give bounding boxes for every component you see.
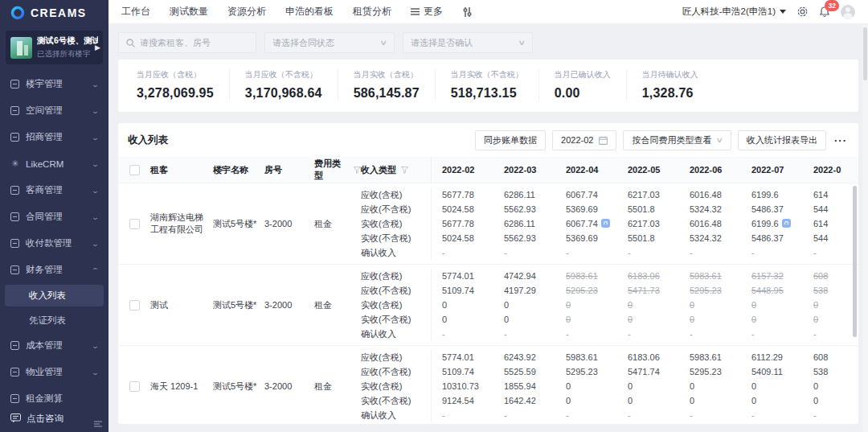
space-icon (10, 106, 19, 115)
chevron-down-icon: ∨ (716, 136, 724, 144)
sidebar-item-物业管理[interactable]: 物业管理⌄ (0, 359, 108, 385)
sidebar-item-空间管理[interactable]: 空间管理⌄ (0, 97, 108, 124)
row-fixed: 海天 1209-1测试5号楼*3-2000租金应收(含税)应收(不含税)实收(含… (118, 350, 432, 422)
sidebar: CREAMS 测试6号楼、测试... 已选择所有楼宇 ▶ 楼宇管理⌄空间管理⌄招… (0, 0, 108, 432)
value-cell: 5369.69 (566, 231, 617, 245)
account-menu[interactable]: 匠人科技-申浩2(申浩1) (682, 6, 786, 18)
value-cell: 0 (442, 298, 493, 312)
table-row: 湖南辉达电梯工程有限公司测试5号楼*3-2000租金应收(含税)应收(不含税)实… (118, 183, 858, 264)
row-checkbox[interactable] (129, 219, 140, 229)
stat-label: 当月应收（含税） (137, 69, 214, 80)
income-type-label: 实收(含税) (361, 298, 432, 312)
income-type-list: 应收(含税)应收(不含税)实收(含税)实收(不含税)确认收入 (361, 187, 432, 260)
sidebar-item-租金测算[interactable]: 租金测算 (0, 385, 108, 405)
income-type-label: 实收(含税) (361, 216, 432, 231)
stat-label: 当月实收（不含税） (451, 69, 523, 80)
contract-status-select[interactable]: 请选择合同状态 ∨ (264, 32, 395, 53)
sidebar-item-凭证列表[interactable]: 凭证列表 (0, 308, 108, 332)
filter-funnel-icon[interactable] (354, 167, 361, 174)
row-checkbox[interactable] (129, 381, 140, 392)
income-type-label: 应收(含税) (361, 187, 432, 202)
month-cell: 6243.925525.591855.941642.42- (493, 350, 555, 422)
value-cell: 6286.11 (504, 187, 555, 202)
fee-type: 租金 (314, 299, 361, 311)
value-cell: 5295.23 (690, 283, 741, 298)
value-cell: - (504, 327, 555, 341)
sidebar-item-财务管理[interactable]: 财务管理⌃ (0, 257, 108, 283)
value-cell: 5369.69 (566, 202, 617, 216)
month-cell: 6067.745369.696067.745369.69- (555, 187, 617, 260)
value-cell: - (566, 327, 617, 341)
nav-item-1[interactable]: 工作台 (121, 5, 150, 19)
value-cell: 614 (813, 216, 858, 231)
export-report-button[interactable]: 收入统计报表导出 (738, 130, 826, 150)
chevron-down-icon: ⌄ (91, 160, 99, 168)
nav-more[interactable]: 更多 (411, 5, 443, 19)
more-actions-button[interactable]: ··· (833, 134, 849, 146)
property-icon (10, 368, 19, 376)
adjusted-badge-icon[interactable] (782, 219, 791, 228)
filter-funnel-icon[interactable] (401, 167, 408, 174)
value-cell: 5324.32 (690, 202, 741, 216)
nav-item-5[interactable]: 租赁分析 (353, 5, 391, 19)
avatar[interactable] (841, 5, 855, 19)
value-cell: - (504, 408, 555, 422)
building-icon (10, 80, 19, 88)
month-cell: 5774.015109.7400- (432, 269, 493, 341)
page-scrollbar[interactable] (862, 24, 868, 432)
value-cell: 0 (628, 298, 679, 312)
value-cell: 0 (813, 312, 858, 327)
value-cell: 0 (751, 312, 803, 327)
month-cell: 6183.065471.7400- (617, 350, 679, 422)
nav-item-3[interactable]: 资源分析 (227, 5, 266, 19)
value-cell: 4742.94 (504, 269, 555, 283)
nav-item-2[interactable]: 测试数量 (170, 5, 208, 19)
notifications-button[interactable]: 32 (819, 6, 830, 18)
value-cell: 6199.6 (751, 216, 803, 231)
select-all-checkbox[interactable] (129, 165, 140, 175)
value-cell: 5774.01 (442, 269, 493, 283)
nav-settings-sliders-icon[interactable] (462, 7, 473, 17)
gear-icon[interactable] (796, 6, 809, 18)
value-cell: 6067.74 (566, 187, 617, 202)
value-cell: 614 (813, 187, 858, 202)
value-cell: 1855.94 (504, 379, 555, 393)
value-cell: 6183.06 (628, 269, 679, 283)
fee-type: 租金 (314, 381, 361, 393)
table-header-fixed: 租客楼宇名称房号费用类型收入类型 (118, 157, 432, 183)
value-cell: 5024.58 (442, 202, 493, 216)
sidebar-item-合同管理[interactable]: 合同管理⌄ (0, 204, 108, 230)
month-picker[interactable]: 2022-02 (552, 130, 616, 150)
main-content: 请搜索租客、房号 请选择合同状态 ∨ 请选择是否确认 ∨ 当月应收（含税）3,2… (108, 24, 868, 432)
sidebar-item-招商管理[interactable]: 招商管理⌄ (0, 124, 108, 150)
row-fixed: 测试测试5号楼*3-2000租金应收(含税)应收(不含税)实收(含税)实收(不含… (118, 269, 432, 341)
sync-bills-button[interactable]: 同步账单数据 (475, 130, 546, 150)
value-cell: - (813, 327, 858, 341)
value-cell: 6067.74 (566, 216, 617, 231)
building-expand-arrow[interactable]: ▶ (95, 43, 100, 51)
building-selector[interactable]: 测试6号楼、测试... 已选择所有楼宇 ▶ (6, 31, 103, 64)
stat-block-1: 当月应收（含税）3,278,069.95 (121, 69, 229, 101)
view-mode-select[interactable]: 按合同费用类型查看 ∨ (623, 130, 731, 150)
nav-item-4[interactable]: 申浩的看板 (285, 5, 334, 19)
sidebar-item-客商管理[interactable]: 客商管理⌄ (0, 177, 108, 204)
search-input[interactable]: 请搜索租客、房号 (118, 32, 256, 53)
sidebar-item-成本管理[interactable]: 成本管理⌄ (0, 332, 108, 359)
sidebar-item-LikeCRM[interactable]: ✳LikeCRM⌄ (0, 150, 108, 177)
contract-icon (10, 212, 19, 221)
table-scrollbar-thumb[interactable] (853, 186, 857, 337)
income-type-label: 应收(含税) (361, 350, 432, 364)
value-cell: 5471.74 (628, 364, 679, 379)
adjusted-badge-icon[interactable] (601, 219, 610, 228)
sidebar-item-楼宇管理[interactable]: 楼宇管理⌄ (0, 71, 108, 97)
stat-value: 1,328.76 (642, 86, 698, 101)
confirm-select[interactable]: 请选择是否确认 ∨ (403, 32, 533, 53)
row-checkbox[interactable] (129, 300, 140, 311)
sidebar-item-收付款管理[interactable]: 收付款管理⌄ (0, 230, 108, 257)
value-cell: 5983.61 (690, 350, 741, 364)
collapse-sidebar-icon[interactable] (93, 420, 103, 428)
consult-button[interactable]: 点击咨询 (0, 405, 108, 432)
value-cell: 5448.95 (751, 283, 803, 298)
value-cell: 5295.23 (566, 364, 617, 379)
sidebar-item-收入列表[interactable]: 收入列表 (5, 285, 104, 307)
